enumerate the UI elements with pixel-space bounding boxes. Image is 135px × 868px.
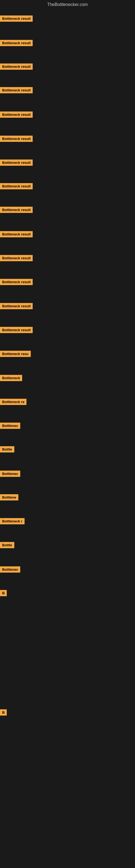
- bottleneck-badge: B: [0, 590, 7, 596]
- bottleneck-badge: Bottleneck resu: [0, 351, 31, 357]
- bottleneck-badge: Bottlenec: [0, 471, 20, 477]
- bottleneck-item: Bottleneck re: [0, 399, 27, 406]
- bottleneck-badge: Bottleneck result: [0, 279, 33, 285]
- bottleneck-badge: Bottleneck: [0, 375, 22, 381]
- bottleneck-badge: Bottleneck result: [0, 40, 33, 46]
- bottleneck-badge: Bottlenec: [0, 423, 20, 429]
- bottleneck-badge: Bottleneck result: [0, 327, 33, 333]
- bottleneck-item: Bottleneck result: [0, 16, 33, 23]
- bottleneck-item: Bottleneck resu: [0, 351, 31, 358]
- bottleneck-item: Bottleneck result: [0, 183, 33, 190]
- bottleneck-item: Bottlene: [0, 494, 18, 501]
- bottleneck-badge: Bottleneck result: [0, 183, 33, 189]
- bottleneck-badge: Bottleneck r: [0, 518, 25, 524]
- bottleneck-badge: Bottlenec: [0, 566, 20, 572]
- bottleneck-item: Bottleneck result: [0, 207, 33, 214]
- bottleneck-badge: Bottleneck result: [0, 112, 33, 118]
- bottleneck-item: Bottleneck: [0, 375, 22, 382]
- bottleneck-item: Bottleneck result: [0, 231, 33, 239]
- bottleneck-item: Bottleneck result: [0, 327, 33, 334]
- bottleneck-item: Bottlenec: [0, 471, 20, 478]
- site-title: TheBottlenecker.com: [0, 0, 135, 8]
- bottleneck-item: Bottleneck result: [0, 135, 33, 143]
- bottleneck-item: Bottlenec: [0, 566, 20, 574]
- bottleneck-item: Bottleneck result: [0, 40, 33, 47]
- bottleneck-badge: Bottleneck result: [0, 159, 33, 166]
- bottleneck-badge: Bottleneck result: [0, 231, 33, 237]
- bottleneck-item: B: [0, 709, 7, 717]
- bottleneck-item: B: [0, 590, 7, 597]
- bottleneck-item: Bottleneck result: [0, 279, 33, 286]
- bottleneck-badge: Bottle: [0, 542, 14, 548]
- bottleneck-badge: Bottleneck result: [0, 63, 33, 70]
- bottleneck-item: Bottleneck result: [0, 112, 33, 119]
- bottleneck-item: Bottleneck result: [0, 87, 33, 94]
- bottleneck-item: Bottleneck result: [0, 159, 33, 167]
- bottleneck-badge: Bottlene: [0, 494, 18, 500]
- bottleneck-item: Bottleneck result: [0, 255, 33, 262]
- bottleneck-item: Bottleneck result: [0, 63, 33, 71]
- bottleneck-badge: Bottleneck result: [0, 303, 33, 309]
- bottleneck-badge: Bottleneck result: [0, 87, 33, 93]
- bottleneck-item: Bottleneck r: [0, 518, 25, 525]
- bottleneck-badge: Bottleneck result: [0, 16, 33, 22]
- bottleneck-badge: Bottleneck re: [0, 399, 27, 405]
- bottleneck-item: Bottle: [0, 446, 14, 454]
- bottleneck-badge: Bottleneck result: [0, 255, 33, 261]
- bottleneck-item: Bottle: [0, 542, 14, 549]
- bottleneck-badge: Bottleneck result: [0, 207, 33, 213]
- bottleneck-item: Bottlenec: [0, 423, 20, 430]
- bottleneck-badge: Bottle: [0, 446, 14, 453]
- bottleneck-badge: Bottleneck result: [0, 135, 33, 142]
- bottleneck-badge: B: [0, 709, 7, 716]
- bottleneck-item: Bottleneck result: [0, 303, 33, 310]
